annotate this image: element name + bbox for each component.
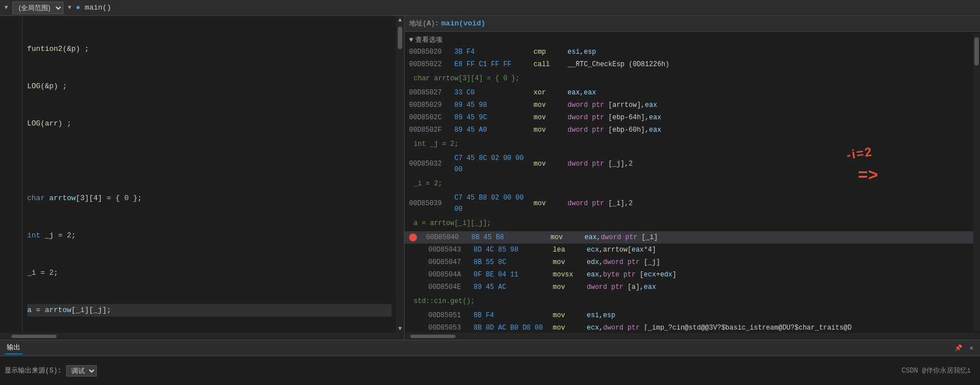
disasm-row-00D85027[interactable]: 00D85027 33 C0 xor eax,eax	[405, 86, 973, 99]
disasm-mnem: mov	[553, 310, 587, 321]
disasm-row-00D85032[interactable]: 00D85032 C7 45 8C 02 00 00 00 mov dword …	[405, 152, 973, 176]
source-select[interactable]: 调试	[66, 365, 97, 377]
disasm-operands: eax,byte ptr [ecx+edx]	[587, 269, 969, 280]
disasm-addr: 00D85022	[409, 59, 454, 70]
scroll-up-arrow[interactable]: ▲	[397, 16, 403, 24]
disasm-bytes: C7 45 B8 02 00 00 00	[454, 192, 534, 215]
scope-dropdown[interactable]: (全局范围)	[12, 2, 63, 14]
disasm-row-00D8502C[interactable]: 00D8502C 89 45 9C mov dword ptr [ebp-64h…	[405, 111, 973, 124]
bottom-header: 输出 📌 ✕	[0, 340, 980, 356]
disasm-rows-container: ▼ 查看选项 00D85020 3B F4 cmp esi,esp 00D850…	[405, 34, 973, 331]
disasm-bytes: 89 45 AC	[474, 282, 553, 293]
code-line-2: LOG(&p) ;	[27, 80, 392, 93]
address-value: main(void)	[441, 19, 485, 28]
h-scroll-thumb-disasm[interactable]	[410, 335, 455, 338]
disasm-operands: __RTC_CheckEsp (0D81226h)	[568, 59, 969, 70]
disasm-row-00D8502F[interactable]: 00D8502F 89 45 A0 mov dword ptr [ebp-60h…	[405, 124, 973, 136]
disasm-bytes: E8 FF C1 FF FF	[454, 59, 534, 70]
disasm-row-00D85029[interactable]: 00D85029 89 45 98 mov dword ptr [arrtow]…	[405, 99, 973, 111]
code-line-5: char arrtow[3][4] = { 0 };	[27, 192, 392, 205]
disasm-bytes: 3B F4	[454, 46, 534, 58]
disasm-mnem: xor	[534, 87, 568, 98]
disasm-src-arrtow: char arrtow[3][4] = { 0 };	[405, 71, 973, 86]
disasm-operands: dword ptr [ebp-60h],eax	[568, 124, 969, 136]
disasm-operands: dword ptr [arrtow],eax	[568, 100, 969, 111]
source-label: 显示输出来源(S):	[5, 366, 62, 375]
disasm-src-cin: std::cin.get();	[405, 293, 973, 309]
disasm-row-00D8504A[interactable]: 00D8504A 0F BE 04 11 movsx eax,byte ptr …	[405, 269, 973, 281]
dropdown-arrow-2: ▼	[68, 5, 71, 11]
disasm-operands: ecx,dword ptr [_imp_?cin@std@@3V?$basic_…	[587, 322, 969, 331]
breakpoint-dot	[409, 233, 417, 241]
view-options-label: 查看选项	[415, 35, 442, 45]
bottom-header-left: 输出	[5, 341, 23, 354]
disasm-bytes: 8B 45 B8	[471, 232, 551, 243]
h-scroll-thumb[interactable]	[11, 335, 57, 338]
view-options-row[interactable]: ▼ 查看选项	[405, 34, 973, 46]
disasm-mnem: mov	[553, 322, 587, 331]
disasm-row-00D85047[interactable]: 00D85047 8B 55 8C mov edx,dword ptr [_j]	[405, 256, 973, 269]
disasm-mnem: mov	[534, 112, 568, 123]
disasm-row-00D8504E[interactable]: 00D8504E 89 45 AC mov dword ptr [a],eax	[405, 281, 973, 293]
disasm-bytes: 8B F4	[474, 310, 553, 321]
code-line-6: int _j = 2;	[27, 230, 392, 242]
tab-icon: ●	[76, 3, 80, 12]
tab-output[interactable]: 输出	[5, 341, 23, 354]
disasm-bytes: 8B 0D AC B0 D8 00	[474, 322, 553, 331]
view-options-arrow: ▼	[409, 36, 413, 44]
vertical-scrollbar-code[interactable]: ▲ ▼	[396, 16, 404, 333]
disasm-addr: 00D8504A	[428, 269, 474, 280]
horizontal-scrollbar-code[interactable]	[0, 333, 404, 340]
close-button[interactable]: ✕	[967, 343, 975, 353]
disasm-addr: 00D85051	[428, 310, 474, 321]
disasm-operands: dword ptr [a],eax	[587, 282, 969, 293]
disasm-addr: 00D85043	[428, 244, 474, 256]
disasm-bytes: 8D 4C 85 98	[474, 244, 553, 256]
disasm-row-00D85040[interactable]: 00D85040 8B 45 B8 mov eax,dword ptr [_i]	[405, 231, 973, 244]
disasm-row-00D85043[interactable]: 00D85043 8D 4C 85 98 lea ecx,arrtow[eax*…	[405, 244, 973, 256]
scroll-thumb[interactable]	[398, 27, 402, 49]
disasm-bytes: 89 45 98	[454, 100, 534, 111]
v-scroll-thumb-disasm[interactable]	[974, 37, 979, 66]
disasm-src-a: a = arrtow[_i][_j];	[405, 215, 973, 231]
bottom-content: 显示输出来源(S): 调试 CSDN @伴你永居我忆i	[0, 356, 980, 385]
disasm-mnem: movsx	[553, 269, 587, 280]
horizontal-scrollbar-disasm[interactable]	[405, 333, 980, 340]
disasm-row-00D85022[interactable]: 00D85022 E8 FF C1 FF FF call __RTC_Check…	[405, 58, 973, 71]
disasm-addr: 00D8502F	[409, 124, 454, 136]
code-line-7: _i = 2;	[27, 267, 392, 279]
code-content-area: funtion2(&p) ; LOG(&p) ; LOG(arr) ; char…	[0, 16, 404, 333]
tab-label[interactable]: main()	[85, 3, 111, 12]
disasm-mnem: call	[534, 59, 568, 70]
breakpoint-indicator	[409, 233, 426, 241]
disasm-operands: dword ptr [ebp-64h],eax	[568, 112, 969, 123]
disasm-bytes: 0F BE 04 11	[474, 269, 553, 280]
line-numbers	[0, 16, 23, 333]
disasm-bytes: 33 C0	[454, 87, 534, 98]
disasm-bytes: 8B 55 8C	[474, 257, 553, 268]
disasm-operands: esi,esp	[587, 310, 969, 321]
disasm-row-00D85053[interactable]: 00D85053 8B 0D AC B0 D8 00 mov ecx,dword…	[405, 322, 973, 331]
disasm-addr: 00D8504E	[428, 282, 474, 293]
vertical-scrollbar-disasm[interactable]	[973, 34, 980, 331]
disasm-mnem: cmp	[534, 46, 568, 58]
pin-button[interactable]: 📌	[952, 343, 965, 353]
disasm-mnem: mov	[534, 100, 568, 111]
code-line-1: funtion2(&p) ;	[27, 43, 392, 55]
code-lines: funtion2(&p) ; LOG(&p) ; LOG(arr) ; char…	[23, 16, 396, 333]
disasm-row-00D85020[interactable]: 00D85020 3B F4 cmp esi,esp	[405, 46, 973, 58]
disasm-addr: 00D85040	[426, 232, 471, 243]
disasm-addr: 00D85029	[409, 100, 454, 111]
top-bar: ▼ (全局范围) ▼ ● main()	[0, 0, 980, 16]
disasm-addr: 00D85027	[409, 87, 454, 98]
scroll-down-arrow[interactable]: ▼	[397, 325, 403, 333]
disasm-row-00D85039[interactable]: 00D85039 C7 45 B8 02 00 00 00 mov dword …	[405, 192, 973, 215]
dropdown-arrow-1: ▼	[5, 5, 8, 11]
disasm-mnem: mov	[553, 282, 587, 293]
disasm-addr: 00D8502C	[409, 112, 454, 123]
disasm-addr: 00D85032	[409, 158, 454, 170]
main-layout: funtion2(&p) ; LOG(&p) ; LOG(arr) ; char…	[0, 16, 980, 340]
disasm-row-00D85051[interactable]: 00D85051 8B F4 mov esi,esp	[405, 309, 973, 322]
code-panel: funtion2(&p) ; LOG(&p) ; LOG(arr) ; char…	[0, 16, 405, 340]
disasm-addr: 00D85020	[409, 46, 454, 58]
